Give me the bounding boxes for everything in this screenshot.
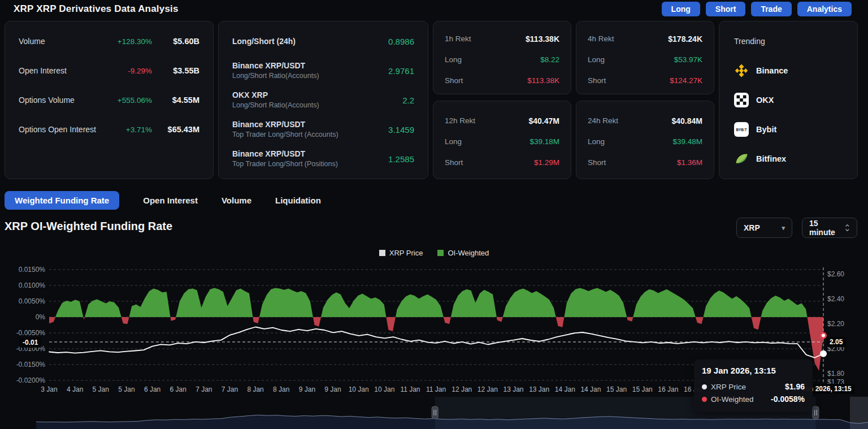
tab-weighted-funding-rate[interactable]: Weighted Funding Rate (5, 191, 119, 210)
rekt-short-label: Short (588, 76, 606, 85)
trending-exchange-name: Binance (756, 66, 788, 75)
x-axis-tick: 4 Jan (67, 385, 83, 393)
x-axis-tick: 10 Jan (349, 385, 369, 393)
chart-tooltip: 19 Jan 2026, 13:15 XRP Price $1.96 OI-We… (694, 359, 813, 412)
right-axis-tick: $2.40 (827, 295, 844, 303)
rekt-title: 24h Rekt (588, 116, 618, 125)
trending-exchange-name: Bybit (756, 125, 776, 134)
trending-item-binance[interactable]: Binance (734, 56, 843, 85)
legend-item-oi-weighted[interactable]: OI-Weighted (437, 249, 489, 257)
ratio-value: 0.8986 (388, 37, 414, 46)
tooltip-series-value: $1.96 (785, 382, 805, 391)
interval-select[interactable]: 15 minute (802, 218, 857, 238)
ratio-row: Binance XRP/USDT Top Trader Long/Short (… (232, 144, 414, 174)
svg-text:BYBIT: BYBIT (736, 128, 747, 132)
ratio-subtitle: Top Trader Long/Short (Accounts) (232, 130, 388, 140)
page-title: XRP XRP Derivatives Data Analysis (14, 3, 179, 15)
rekt-short-value: $1.29M (534, 158, 559, 167)
stat-change: -9.29% (100, 67, 152, 75)
rekt-long-value: $8.22 (540, 55, 559, 64)
analytics-button[interactable]: Analytics (797, 2, 852, 16)
rekt-card-1h: 1h Rekt$113.38K Long$8.22 Short$113.38K (433, 21, 571, 94)
oi-weighted-swatch (437, 250, 444, 256)
stat-value: $5.60B (152, 37, 199, 46)
rekt-long-label: Long (588, 55, 605, 64)
tab-liquidation[interactable]: Liquidation (275, 196, 321, 205)
rekt-total: $178.24K (668, 34, 702, 44)
stat-change: +3.71% (100, 125, 152, 134)
ratio-row: Binance XRP/USDT Long/Short Ratio(Accoun… (232, 56, 414, 85)
legend-label: OI-Weighted (448, 249, 489, 257)
trending-exchange-name: OKX (756, 96, 774, 105)
crosshair-left-badge: -0.01 (19, 337, 41, 348)
section-title: XRP OI-Weighted Funding Rate (5, 220, 172, 233)
bitfinex-icon (734, 151, 749, 166)
rekt-total: $40.47M (529, 116, 559, 125)
tooltip-timestamp: 19 Jan 2026, 13:15 (702, 366, 805, 375)
x-axis-tick: 9 Jan (324, 385, 341, 393)
tab-volume[interactable]: Volume (222, 196, 251, 205)
stat-change: +128.30% (100, 37, 152, 46)
stat-value: $4.55M (152, 96, 199, 105)
ratio-title: OKX XRP (232, 90, 402, 101)
rekt-short-label: Short (445, 76, 463, 85)
tooltip-series-name: XRP Price (711, 383, 746, 391)
unfold-more-icon (845, 223, 850, 232)
navigator-handle-left[interactable] (432, 406, 438, 419)
tab-open-interest[interactable]: Open Interest (143, 196, 198, 205)
left-axis-tick: -0.0150% (16, 361, 46, 369)
right-axis-tick: $1.80 (827, 370, 844, 378)
symbol-select[interactable]: XRP ▾ (736, 218, 792, 238)
stat-row-options-volume: Options Volume +555.06% $4.55M (19, 85, 199, 115)
ratio-subtitle: Long/Short Ratio(Accounts) (232, 71, 388, 81)
long-button[interactable]: Long (662, 2, 700, 16)
x-axis-tick: 9 Jan (299, 385, 315, 393)
oi-weighted-hover-dot (821, 333, 826, 338)
left-axis-tick: 0.0100% (19, 281, 46, 289)
chart-tabs: Weighted Funding Rate Open Interest Volu… (5, 190, 321, 210)
trade-button[interactable]: Trade (751, 2, 791, 16)
trending-item-bybit[interactable]: BYBIT Bybit (734, 115, 843, 144)
derivatives-dashboard: { "header": { "title": "XRP XRP Derivati… (0, 0, 868, 429)
trending-exchange-name: Bitfinex (756, 154, 786, 163)
rekt-short-value: $1.36M (677, 158, 702, 167)
trending-item-okx[interactable]: OKX (734, 85, 843, 115)
left-axis-tick: 0.0050% (19, 297, 46, 305)
x-axis-tick: 11 Jan (400, 385, 420, 393)
rekt-short-value: $124.27K (670, 76, 702, 85)
x-axis-tick: 13 Jan (504, 385, 524, 393)
tooltip-series-name: OI-Weighted (711, 395, 754, 404)
ratio-title: Binance XRP/USDT (232, 119, 388, 130)
x-axis-tick: 3 Jan (41, 385, 57, 393)
x-axis-tick: 11 Jan (426, 385, 446, 393)
ratio-row: Binance XRP/USDT Top Trader Long/Short (… (232, 115, 414, 144)
ratio-title: Binance XRP/USDT (232, 60, 388, 71)
x-axis-tick: 7 Jan (196, 385, 212, 393)
x-axis-tick: 12 Jan (478, 385, 498, 393)
trending-item-bitfinex[interactable]: Bitfinex (734, 144, 843, 174)
rekt-total: $40.84M (672, 116, 702, 125)
top-actions: Long Short Trade Analytics (662, 2, 852, 16)
x-axis-tick: 15 Jan (632, 385, 653, 393)
rekt-long-label: Long (588, 137, 605, 146)
rekt-short-value: $113.38K (527, 76, 559, 85)
navigator-handle-right[interactable] (813, 406, 819, 419)
binance-icon (734, 63, 749, 78)
market-stats-card: Volume +128.30% $5.60B Open Interest -9.… (5, 21, 214, 179)
ratio-row: OKX XRP Long/Short Ratio(Accounts) 2.2 (232, 85, 414, 115)
short-button[interactable]: Short (706, 2, 746, 16)
stat-row-options-open-interest: Options Open Interest +3.71% $65.43M (19, 115, 199, 144)
ratio-subtitle: Long/Short Ratio(Accounts) (232, 101, 402, 110)
stat-value: $3.55B (152, 66, 199, 75)
left-axis-tick: 0.0150% (19, 266, 46, 274)
rekt-title: 1h Rekt (445, 34, 471, 43)
rekt-long-label: Long (445, 137, 462, 146)
x-axis-tick: 8 Jan (247, 385, 263, 393)
stat-label: Options Volume (19, 96, 100, 105)
ratio-subtitle: Top Trader Long/Short (Positions) (232, 159, 388, 169)
ratio-value: 2.9761 (388, 66, 414, 76)
legend-item-xrp-price[interactable]: XRP Price (379, 249, 423, 257)
rekt-long-value: $53.97K (674, 55, 702, 64)
rekt-short-label: Short (445, 158, 463, 167)
trending-title: Trending (734, 27, 843, 56)
